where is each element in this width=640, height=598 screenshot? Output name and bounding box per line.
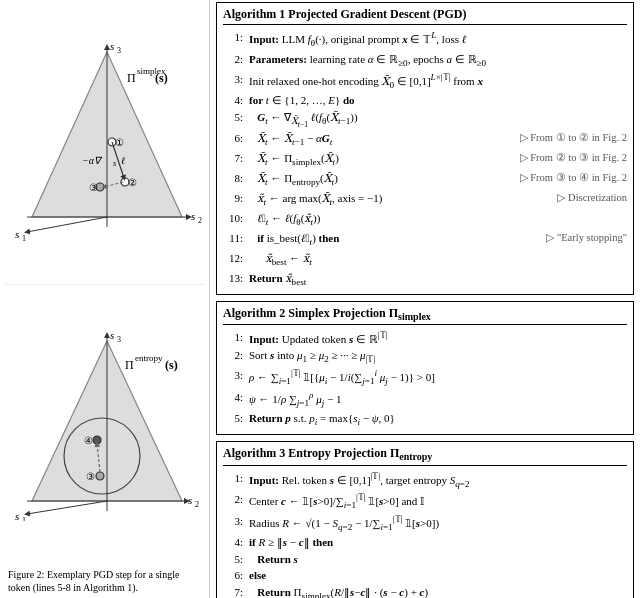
alg1-line-1: 1: Input: LLM fθ(·), original prompt x ∈…	[223, 29, 627, 51]
alg1-comment-11: ▷ "Early stopping"	[538, 230, 627, 250]
alg1-comment-8: ▷ From ③ to ④ in Fig. 2	[512, 170, 627, 190]
svg-point-40	[93, 436, 101, 444]
alg3-name: Entropy Projection Πentropy	[288, 446, 432, 460]
alg2-word: Algorithm 2	[223, 306, 285, 320]
left-panel: s 3 s 2 s 1 Π simplex (s) ① ②	[0, 0, 210, 598]
svg-text:ℓ: ℓ	[121, 155, 125, 166]
figure-caption: Figure 2: Exemplary PGD step for a singl…	[4, 564, 205, 594]
svg-text:3: 3	[117, 335, 121, 344]
algorithm-3-box: Algorithm 3 Entropy Projection Πentropy …	[216, 441, 634, 598]
alg1-line-4: 4: for t ∈ {1, 2, …, E} do	[223, 92, 627, 109]
alg1-line-9: 9: x̃t ← arg max(X̃t, axis = −1) ▷ Discr…	[223, 190, 627, 210]
svg-text:s: s	[110, 42, 114, 52]
alg3-line-7: 7: Return Πsimplex(R/‖s−c‖ · (s − c) + c…	[223, 584, 627, 598]
alg1-comment-6: ▷ From ① to ② in Fig. 2	[512, 130, 627, 150]
svg-text:3: 3	[117, 46, 121, 55]
algorithm-2-title: Algorithm 2 Simplex Projection Πsimplex	[223, 306, 627, 325]
svg-text:③: ③	[86, 471, 95, 482]
svg-line-28	[27, 501, 107, 514]
right-panel: Algorithm 1 Projected Gradient Descent (…	[210, 0, 640, 598]
alg1-name: Projected Gradient Descent (PGD)	[288, 7, 466, 21]
svg-text:2: 2	[195, 500, 199, 509]
svg-text:entropy: entropy	[135, 353, 163, 363]
alg1-line-6: 6: X̃t ← X̃t−1 − αGt ▷ From ① to ② in Fi…	[223, 130, 627, 150]
alg1-comment-9: ▷ Discretization	[549, 190, 627, 210]
svg-text:Π: Π	[125, 358, 134, 372]
svg-text:s: s	[110, 331, 114, 341]
svg-text:③: ③	[89, 182, 98, 193]
alg2-line-1: 1: Input: Updated token s ∈ ℝ|𝕋|	[223, 329, 627, 347]
alg1-comment-7: ▷ From ② to ③ in Fig. 2	[512, 150, 627, 170]
alg1-line-8: 8: X̃t ← Πentropy(X̃t) ▷ From ③ to ④ in …	[223, 170, 627, 190]
svg-line-3	[27, 217, 107, 232]
simplex-figure-top: s 3 s 2 s 1 Π simplex (s) ① ②	[7, 42, 202, 242]
svg-point-38	[96, 472, 104, 480]
svg-text:②: ②	[128, 177, 137, 188]
alg1-word: Algorithm 1	[223, 7, 285, 21]
svg-text:s: s	[15, 510, 19, 521]
alg1-line-7: 7: X̃t ← Πsimplex(X̃t) ▷ From ② to ③ in …	[223, 150, 627, 170]
alg1-line-2: 2: Parameters: learning rate α ∈ ℝ≥0, ep…	[223, 51, 627, 71]
algorithm-1-title: Algorithm 1 Projected Gradient Descent (…	[223, 7, 627, 25]
figure-top: s 3 s 2 s 1 Π simplex (s) ① ②	[4, 4, 205, 285]
figure-bottom: s 3 s 2 s 1 Π entropy (s) ③ ④	[4, 285, 205, 565]
entropy-figure: s 3 s 2 s 1 Π entropy (s) ③ ④	[7, 331, 202, 521]
alg2-line-5: 5: Return p s.t. pi = max{si − ψ, 0}	[223, 410, 627, 430]
svg-text:1: 1	[22, 234, 26, 242]
alg3-line-6: 6: else	[223, 567, 627, 584]
alg3-word: Algorithm 3	[223, 446, 285, 460]
svg-text:①: ①	[115, 137, 124, 148]
alg1-line-13: 13: Return x̃best	[223, 270, 627, 290]
svg-text:−α∇: −α∇	[82, 155, 103, 166]
alg3-line-1: 1: Input: Rel. token s ∈ [0,1]|𝕋|, targe…	[223, 470, 627, 492]
svg-text:s: s	[191, 210, 195, 222]
svg-text:1: 1	[22, 516, 26, 521]
alg2-line-2: 2: Sort s into μ1 ≥ μ2 ≥ ··· ≥ μ|𝕋|	[223, 347, 627, 367]
alg2-name: Simplex Projection Πsimplex	[288, 306, 431, 320]
algorithm-1-box: Algorithm 1 Projected Gradient Descent (…	[216, 2, 634, 295]
svg-text:s: s	[15, 228, 19, 240]
svg-text:(s): (s)	[155, 71, 168, 85]
alg3-line-5: 5: Return s	[223, 551, 627, 568]
alg1-line-10: 10: ℓ̃t ← ℓ(fθ(x̃t))	[223, 210, 627, 230]
alg2-line-3: 3: ρ ← ∑i=1|𝕋| 𝟙[{μi − 1/i(∑j=1i μj − 1)…	[223, 367, 627, 389]
svg-text:s: s	[188, 494, 192, 506]
alg2-line-4: 4: ψ ← 1/ρ ∑j=1ρ μj − 1	[223, 389, 627, 411]
alg3-line-3: 3: Radius R ← √(1 − Sq=2 − 1/∑i=1|𝕋| 𝟙[s…	[223, 513, 627, 535]
svg-text:s: s	[113, 159, 116, 168]
caption-text: Figure 2: Exemplary PGD step for a singl…	[8, 569, 179, 593]
alg1-line-5: 5: Gt ← ∇X̃t−1 ℓ(fθ(X̃t−1))	[223, 109, 627, 130]
alg3-line-2: 2: Center c ← 𝟙[s>0]/∑i=1|𝕋| 𝟙[s>0] and …	[223, 491, 627, 513]
svg-text:2: 2	[198, 216, 202, 225]
svg-text:Π: Π	[127, 71, 136, 85]
alg3-line-4: 4: if R ≥ ‖s − c‖ then	[223, 534, 627, 551]
svg-text:(s): (s)	[165, 358, 178, 372]
alg1-line-11: 11: if is_best(ℓ̃t) then ▷ "Early stoppi…	[223, 230, 627, 250]
alg1-line-3: 3: Init relaxed one-hot encoding X̃0 ∈ […	[223, 71, 627, 93]
algorithm-2-box: Algorithm 2 Simplex Projection Πsimplex …	[216, 301, 634, 436]
algorithm-3-title: Algorithm 3 Entropy Projection Πentropy	[223, 446, 627, 465]
svg-text:④: ④	[84, 435, 93, 446]
alg1-line-12: 12: x̃best ← x̃t	[223, 250, 627, 270]
